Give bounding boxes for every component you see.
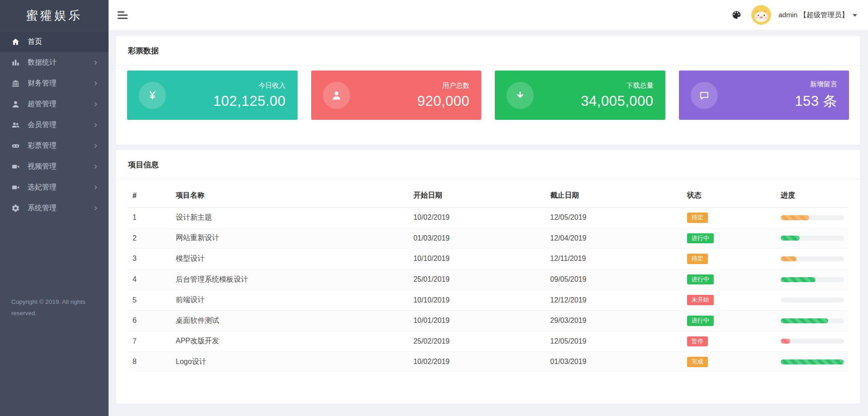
cell-start-date: 10/01/2019: [409, 310, 545, 331]
stat-card: 新增留言 153 条: [679, 71, 849, 120]
table-row[interactable]: 8 Logo设计 10/02/2019 01/03/2019 完成: [128, 352, 848, 372]
col-progress: 进度: [776, 183, 848, 208]
hamburger-menu-icon[interactable]: [118, 11, 128, 19]
cell-progress: [776, 331, 848, 352]
copyright-text: Copyright © 2019. All rights reserved.: [0, 296, 109, 319]
cell-start-date: 01/03/2019: [409, 228, 545, 249]
cell-status: 完成: [683, 352, 776, 372]
col-num: #: [128, 183, 171, 208]
table-row[interactable]: 4 后台管理系统模板设计 25/01/2019 09/05/2019 进行中: [128, 269, 848, 290]
projects-panel: 项目信息 # 项目名称 开始日期 截止日期 状态 进度: [116, 150, 860, 404]
cell-start-date: 10/10/2019: [409, 290, 545, 311]
cell-progress: [776, 208, 848, 228]
sidebar-item[interactable]: 选妃管理: [0, 177, 109, 198]
home-icon: [11, 37, 20, 46]
message-icon: [691, 82, 718, 109]
status-badge: 进行中: [687, 274, 714, 285]
table-row[interactable]: 6 桌面软件测试 10/01/2019 29/03/2019 进行中: [128, 310, 848, 331]
cell-end-date: 01/03/2019: [545, 352, 682, 372]
sidebar-item[interactable]: 超管管理: [0, 94, 109, 114]
top-header: admin 【超级管理员】: [109, 0, 868, 30]
sidebar-item[interactable]: 数据统计: [0, 52, 109, 73]
cell-end-date: 29/03/2019: [545, 310, 682, 331]
sidebar-item[interactable]: 首页: [0, 31, 109, 52]
gear-icon: [11, 203, 20, 213]
cell-num: 7: [128, 331, 171, 352]
cell-status: 进行中: [683, 269, 776, 290]
sidebar-item[interactable]: 视频管理: [0, 156, 109, 177]
stats-panel-title: 彩票数据: [116, 36, 860, 66]
progress-fill: [781, 215, 809, 220]
cell-end-date: 09/05/2019: [545, 269, 682, 290]
table-row[interactable]: 2 网站重新设计 01/03/2019 12/04/2019 进行中: [128, 228, 848, 249]
cell-start-date: 25/02/2019: [409, 331, 545, 352]
caret-down-icon: [853, 14, 857, 17]
cell-num: 6: [128, 310, 171, 331]
projects-panel-title: 项目信息: [116, 150, 860, 180]
sidebar-item[interactable]: 彩票管理: [0, 135, 109, 156]
theme-palette-icon[interactable]: [731, 10, 741, 20]
sidebar-item-label: 首页: [28, 37, 42, 47]
status-badge: 未开始: [687, 295, 714, 305]
cell-progress: [776, 228, 848, 249]
sidebar-item-label: 超管管理: [28, 99, 57, 109]
stat-card: 用户总数 920,000: [311, 71, 482, 120]
page-content: 彩票数据 今日收入 102,125.00 用户总数 920,000: [109, 30, 868, 416]
chevron-right-icon: [93, 60, 99, 66]
col-start-date: 开始日期: [409, 183, 545, 208]
sidebar-item[interactable]: 会员管理: [0, 114, 109, 135]
cell-status: 进行中: [683, 310, 776, 331]
cell-status: 待定: [683, 208, 776, 228]
cell-num: 4: [128, 269, 171, 290]
cell-project-name: 后台管理系统模板设计: [171, 269, 409, 290]
table-row[interactable]: 1 设计新主题 10/02/2019 12/05/2019 待定: [128, 208, 848, 228]
user-avatar[interactable]: [751, 5, 771, 25]
cell-progress: [776, 290, 848, 311]
sidebar-item[interactable]: 财务管理: [0, 73, 109, 94]
cell-num: 5: [128, 290, 171, 311]
cell-project-name: APP改版开发: [171, 331, 409, 352]
progress-bar: [781, 298, 844, 303]
lottery-stats-panel: 彩票数据 今日收入 102,125.00 用户总数 920,000: [116, 36, 860, 145]
table-row[interactable]: 7 APP改版开发 25/02/2019 12/05/2019 暂停: [128, 331, 848, 352]
projects-table: # 项目名称 开始日期 截止日期 状态 进度 1 设计新主题 10/02: [128, 183, 848, 372]
col-status: 状态: [683, 183, 776, 208]
progress-fill: [781, 236, 800, 241]
stat-card: 今日收入 102,125.00: [127, 71, 298, 120]
chevron-right-icon: [93, 143, 99, 149]
cell-num: 1: [128, 208, 171, 228]
person-icon: [323, 82, 350, 109]
app-logo: 蜜獾娱乐: [0, 0, 109, 31]
sidebar-item-label: 彩票管理: [28, 141, 57, 151]
progress-bar: [781, 256, 844, 261]
chevron-right-icon: [93, 205, 99, 211]
sidebar-menu: 首页 数据统计 财务管理 超管管理 会员: [0, 31, 109, 218]
progress-fill: [781, 359, 844, 364]
progress-bar: [781, 359, 844, 364]
sidebar-item-label: 数据统计: [28, 58, 57, 67]
cell-end-date: 12/05/2019: [545, 331, 682, 352]
cell-num: 3: [128, 249, 171, 269]
cell-project-name: 前端设计: [171, 290, 409, 311]
status-badge: 完成: [687, 357, 708, 367]
video-icon: [11, 162, 20, 171]
cell-progress: [776, 352, 848, 372]
sidebar-item[interactable]: 系统管理: [0, 198, 109, 218]
cell-end-date: 12/11/2019: [545, 249, 682, 269]
chevron-right-icon: [93, 80, 99, 86]
table-row[interactable]: 5 前端设计 10/10/2019 12/12/2019 未开始: [128, 290, 848, 311]
progress-fill: [781, 256, 797, 261]
table-row[interactable]: 3 模型设计 10/10/2019 12/11/2019 待定: [128, 249, 848, 269]
status-badge: 待定: [687, 254, 708, 264]
cell-progress: [776, 269, 848, 290]
bar-chart-icon: [11, 58, 20, 67]
progress-bar: [781, 215, 844, 220]
cell-status: 待定: [683, 249, 776, 269]
user-dropdown[interactable]: admin 【超级管理员】: [778, 10, 857, 20]
stat-value: 34,005,000: [581, 93, 653, 109]
cell-end-date: 12/12/2019: [545, 290, 682, 311]
cell-start-date: 10/10/2019: [409, 249, 545, 269]
stat-value: 920,000: [417, 93, 470, 109]
download-icon: [507, 82, 534, 109]
progress-bar: [781, 236, 844, 241]
